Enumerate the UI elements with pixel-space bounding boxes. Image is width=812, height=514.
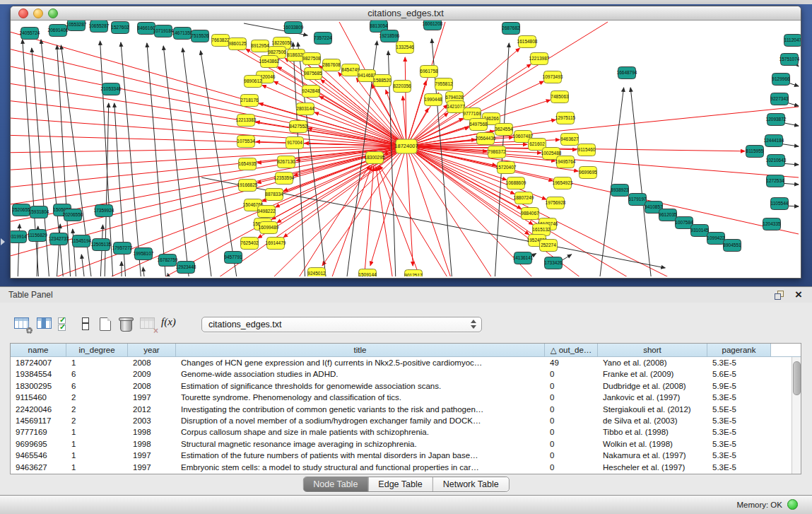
- cell-year[interactable]: 1997: [128, 462, 176, 473]
- panel-collapse-arrow[interactable]: [1, 238, 5, 245]
- network-node[interactable]: 10210643: [766, 155, 787, 167]
- cell-year[interactable]: 1998: [128, 426, 176, 438]
- cell-title[interactable]: Estimation of the future numbers of pati…: [176, 450, 545, 461]
- network-node[interactable]: 18300295: [365, 152, 385, 164]
- network-node[interactable]: 14136141: [513, 252, 534, 264]
- network-node[interactable]: 24055724: [20, 28, 40, 40]
- network-node[interactable]: 7986372: [488, 146, 506, 158]
- cell-out_degree[interactable]: 0: [545, 438, 598, 450]
- column-header-short[interactable]: short: [598, 344, 707, 357]
- network-node[interactable]: 7357224: [314, 33, 332, 45]
- network-node[interactable]: 1733426: [544, 257, 563, 269]
- network-node[interactable]: 9310145: [690, 225, 709, 237]
- cell-year[interactable]: 2003: [128, 415, 176, 426]
- network-node[interactable]: 7955812: [435, 78, 453, 90]
- network-node[interactable]: 2718176: [240, 95, 259, 107]
- cell-in_degree[interactable]: 2: [66, 392, 128, 403]
- network-node[interactable]: 1112047: [784, 35, 801, 47]
- table-row[interactable]: 911546021997Tourette syndrome. Phenomeno…: [11, 392, 801, 403]
- network-node[interactable]: 1099422: [707, 233, 725, 245]
- network-node[interactable]: 1075534: [237, 136, 255, 148]
- network-node[interactable]: 9875685: [304, 68, 322, 80]
- cell-name[interactable]: 14569117: [11, 415, 66, 426]
- function-builder-icon[interactable]: f(x): [161, 316, 181, 330]
- network-node[interactable]: 11545194: [71, 235, 92, 247]
- cell-in_degree[interactable]: 6: [66, 380, 128, 392]
- network-node[interactable]: 7485063: [551, 91, 569, 103]
- network-node[interactable]: 8220356: [393, 81, 411, 93]
- cell-title[interactable]: Embryonic stem cells: a model to study s…: [176, 462, 545, 473]
- table-row[interactable]: 1872400712008Changes of HCN gene express…: [11, 357, 801, 368]
- network-node[interactable]: 12923448: [176, 262, 196, 274]
- cell-title[interactable]: Disruption of a novel member of a sodium…: [176, 415, 545, 426]
- network-node[interactable]: 6179197: [628, 194, 647, 206]
- cell-name[interactable]: 18724007: [11, 357, 66, 368]
- column-header-out_degree[interactable]: △ out_de…: [545, 344, 598, 357]
- network-node[interactable]: 7663822: [211, 35, 230, 47]
- cell-year[interactable]: 2008: [128, 357, 176, 368]
- network-node[interactable]: 1105544: [771, 198, 789, 210]
- network-node[interactable]: 19654923: [553, 177, 573, 189]
- network-node[interactable]: 917004: [286, 137, 304, 149]
- network-node[interactable]: 7625402: [240, 238, 259, 250]
- network-node[interactable]: 12444184: [764, 135, 784, 147]
- column-header-pagerank[interactable]: pagerank: [707, 344, 771, 357]
- cell-short[interactable]: Franke et al. (2009): [598, 368, 707, 380]
- network-node[interactable]: 18807249: [514, 192, 534, 204]
- network-node[interactable]: 9498222: [257, 206, 276, 218]
- network-node[interactable]: 7515526: [191, 30, 209, 42]
- network-node[interactable]: 16099489: [259, 222, 279, 234]
- float-panel-icon[interactable]: [775, 291, 784, 300]
- network-node[interactable]: 14671358: [172, 28, 193, 40]
- column-header-in_degree[interactable]: in_degree: [66, 344, 128, 357]
- network-node[interactable]: 9699695: [579, 167, 597, 179]
- network-window-titlebar[interactable]: citations_edges.txt: [11, 6, 801, 21]
- network-node[interactable]: 9115460: [578, 144, 596, 156]
- cell-name[interactable]: 9465546: [11, 450, 66, 461]
- network-node[interactable]: 12342737: [49, 233, 69, 245]
- scrollbar-thumb[interactable]: [793, 361, 801, 395]
- table-row[interactable]: 1456911722003Disruption of a novel membe…: [11, 415, 801, 426]
- network-node[interactable]: 20564436: [476, 133, 496, 145]
- network-node[interactable]: 1421077: [447, 101, 465, 113]
- network-node[interactable]: 2867608: [322, 59, 341, 71]
- network-node[interactable]: 8938923: [611, 185, 629, 197]
- network-node[interactable]: 11156829: [28, 230, 47, 242]
- network-node[interactable]: 1509144: [358, 269, 377, 277]
- cell-in_degree[interactable]: 2: [66, 404, 128, 415]
- cell-pagerank[interactable]: 5.3E-5: [707, 357, 771, 368]
- cell-out_degree[interactable]: 0: [545, 450, 598, 461]
- cell-title[interactable]: Tourette syndrome. Phenomenology and cla…: [176, 392, 545, 403]
- network-node[interactable]: 19756928: [546, 197, 566, 209]
- cell-out_degree[interactable]: 0: [545, 392, 598, 403]
- network-node[interactable]: 2687682: [502, 23, 520, 35]
- cell-short[interactable]: Hescheler et al. (1997): [598, 462, 707, 473]
- table-row[interactable]: 1938455462009Genome-wide association stu…: [11, 368, 801, 380]
- cell-short[interactable]: Dudbridge et al. (2008): [598, 380, 707, 392]
- cell-in_degree[interactable]: 2: [66, 415, 128, 426]
- network-node[interactable]: 18724007: [394, 139, 418, 153]
- cell-out_degree[interactable]: 0: [545, 404, 598, 415]
- cell-year[interactable]: 2012: [128, 404, 176, 415]
- network-node[interactable]: 17359924: [94, 205, 114, 217]
- network-node[interactable]: 9827508: [302, 53, 321, 65]
- cell-name[interactable]: 9777169: [11, 426, 66, 438]
- network-node[interactable]: 9860125: [228, 38, 247, 50]
- cell-in_degree[interactable]: 1: [66, 357, 128, 368]
- network-node[interactable]: 8878334: [265, 189, 283, 201]
- cell-short[interactable]: Stergiakouli et al. (2012): [598, 404, 707, 415]
- network-node[interactable]: 16914479: [266, 238, 286, 250]
- cell-title[interactable]: Genome-wide association studies in ADHD.: [176, 368, 545, 380]
- network-node[interactable]: 2520655: [12, 204, 30, 216]
- network-node[interactable]: 15931804: [29, 206, 49, 218]
- network-node[interactable]: 8267130: [277, 156, 295, 168]
- network-node[interactable]: 12213383: [236, 115, 257, 127]
- cell-year[interactable]: 2009: [128, 368, 176, 380]
- network-node[interactable]: 9612035: [659, 209, 677, 221]
- delete-column-icon[interactable]: [140, 317, 157, 332]
- network-node[interactable]: 10973493: [543, 71, 563, 83]
- cell-year[interactable]: 1998: [128, 438, 176, 450]
- column-header-title[interactable]: title: [176, 344, 545, 357]
- network-node[interactable]: 9242848: [302, 86, 320, 98]
- cell-short[interactable]: Wolkin et al. (1998): [598, 438, 707, 450]
